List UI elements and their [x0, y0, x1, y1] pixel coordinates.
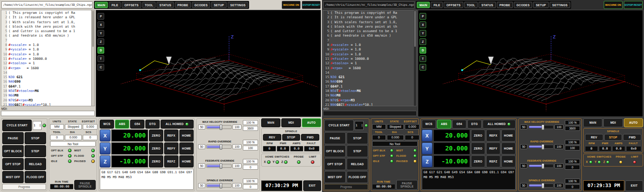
spindle-override-slider[interactable]: [206, 184, 232, 188]
axis-x-button[interactable]: X: [100, 129, 110, 142]
man-mode-button[interactable]: MAN: [583, 118, 602, 127]
cycle-count-spinbox[interactable]: 1 ▲▼: [33, 121, 42, 130]
gcode-line[interactable]: 5( and Cutter is assumed to be a 1: [323, 29, 413, 33]
gcode-line[interactable]: 2( It is released here under a GPL: [323, 15, 413, 20]
estop-reset-button[interactable]: ESTOP RESET: [302, 1, 321, 9]
dtg-button[interactable]: DTG: [467, 120, 482, 129]
ref-x-button[interactable]: REFX: [164, 129, 178, 142]
cycle-start-button[interactable]: CYCLE START: [324, 120, 354, 131]
gcode-line[interactable]: 14: [1, 71, 91, 75]
abs-button[interactable]: ABS: [437, 120, 451, 129]
opt-block-button[interactable]: OPT BLOCK: [324, 145, 346, 157]
menu-status[interactable]: STATUS: [479, 2, 496, 8]
gcode-line[interactable]: 13#<rpm> = 1600: [323, 66, 413, 71]
spindle-stop-button[interactable]: STOP: [604, 134, 623, 141]
mdi-input[interactable]: [323, 111, 417, 116]
view-dimensions-button[interactable]: D: [97, 47, 104, 54]
zero-z-button[interactable]: ZERO: [471, 155, 485, 167]
flood-button[interactable]: FLOOD OFF: [347, 171, 368, 183]
menu-tool[interactable]: TOOL: [464, 2, 478, 8]
file-path[interactable]: /home/chris/linuxcnc/nc_files/examples/3…: [1, 1, 93, 8]
all-homed-button[interactable]: ALL HOMED: [161, 120, 194, 129]
step-button[interactable]: STEP: [25, 145, 46, 157]
view-perspective-button[interactable]: P: [419, 13, 426, 20]
gcode-line[interactable]: 20N70S#<rpm>M3: [323, 98, 413, 103]
gcode-line[interactable]: 11#<fscale> = 10000.0: [1, 57, 91, 61]
view-z-button[interactable]: Z: [419, 38, 426, 45]
axis-y-button[interactable]: Y: [100, 142, 110, 154]
slider-max-value[interactable]: 100: [555, 163, 564, 168]
view-z-button[interactable]: Z: [97, 38, 104, 45]
gcode-line[interactable]: 16N40G90: [1, 79, 91, 84]
home-z-button[interactable]: HOME: [501, 155, 516, 167]
menu-file[interactable]: FILE: [109, 2, 121, 8]
slider-min-value[interactable]: 50: [520, 125, 527, 129]
view-clear-button[interactable]: C: [419, 64, 426, 71]
menu-probe[interactable]: PROBE: [497, 2, 513, 8]
spindle-fwd-button[interactable]: FWD: [301, 134, 319, 141]
wcs-button[interactable]: WCS: [422, 120, 436, 129]
spindle-rev-button[interactable]: REV: [585, 134, 603, 141]
ref-x-button[interactable]: REFX: [486, 129, 500, 142]
gcode-line[interactable]: 13#<rpm> = 1600: [1, 66, 91, 71]
spindle-override-slider[interactable]: [528, 184, 554, 188]
gcode-line[interactable]: 15N30 G21: [323, 75, 413, 79]
view-dimensions-button[interactable]: D: [419, 47, 426, 54]
scrollbar-thumb[interactable]: [92, 11, 94, 47]
ref-y-button[interactable]: REFY: [164, 142, 178, 154]
slider-thumb[interactable]: [542, 183, 544, 188]
gcode-line[interactable]: 18N50T#<toolno>M6: [323, 89, 413, 93]
menu-gcodes[interactable]: GCODES: [514, 2, 532, 8]
stop-button[interactable]: STOP: [347, 132, 368, 144]
ref-z-button[interactable]: REFZ: [486, 155, 500, 167]
all-homed-button[interactable]: ALL HOMED: [483, 120, 516, 129]
machine-on-button[interactable]: MACHINE ON: [282, 1, 301, 9]
file-path[interactable]: /home/chris/linuxcnc/nc_files/examples/3…: [323, 1, 415, 8]
gcode-line[interactable]: 14: [323, 71, 413, 75]
auto-mode-button[interactable]: AUTO: [624, 118, 643, 127]
slider-thumb[interactable]: [220, 144, 222, 150]
gcode-line[interactable]: 19N60M8: [323, 93, 413, 98]
slider-min-value[interactable]: 50: [520, 144, 527, 149]
slider-min-value[interactable]: 50: [520, 183, 527, 188]
slider-min-value[interactable]: 50: [198, 125, 205, 129]
gcode-line[interactable]: 17G64P.1: [323, 84, 413, 89]
home-z-button[interactable]: HOME: [179, 155, 194, 167]
gcode-line[interactable]: 1( This program is copyright of Ra: [1, 11, 91, 15]
home-x-button[interactable]: HOME: [501, 129, 516, 142]
menu-settings[interactable]: SETTINGS: [228, 2, 248, 8]
menu-offsets[interactable]: OFFSETS: [444, 2, 463, 8]
view-x-button[interactable]: X: [97, 21, 104, 28]
menu-main[interactable]: MAIN: [95, 2, 108, 8]
editor-scrollbar[interactable]: [413, 10, 416, 106]
gcode-line[interactable]: 21N90G0Z[#<zscale>*10.]: [1, 103, 91, 106]
rapid-override-slider[interactable]: [206, 145, 232, 149]
gcode-line[interactable]: 9#<yscale> = 1.0: [1, 47, 91, 52]
gcode-line[interactable]: 6( and feedrate is 450 mm/min ): [1, 33, 91, 38]
reload-button[interactable]: RELOAD: [347, 158, 368, 170]
wcs-button[interactable]: WCS: [100, 120, 114, 129]
gcode-line[interactable]: 1( This program is copyright of Ra: [323, 11, 413, 15]
axis-z-button[interactable]: Z: [422, 155, 432, 167]
abs-button[interactable]: ABS: [115, 120, 129, 129]
gcode-line[interactable]: 18N50T#<toolno>M6: [1, 89, 91, 93]
gcode-line[interactable]: 3( With scales factors set at 1.0,: [1, 20, 91, 25]
cycle-start-button[interactable]: CYCLE START: [2, 120, 32, 131]
spin-down-icon[interactable]: ▼: [39, 125, 41, 128]
gcode-line[interactable]: 19N60M8: [1, 93, 91, 98]
slider-min-value[interactable]: 50: [520, 163, 527, 168]
g54-button[interactable]: G54: [130, 120, 144, 129]
gcode-line[interactable]: 15N30 G21: [1, 75, 91, 79]
estop-reset-button[interactable]: ESTOP RESET: [624, 1, 643, 9]
gcode-line[interactable]: 9#<yscale> = 1.0: [323, 47, 413, 52]
pause-spindle-button[interactable]: PAUSE SPINDLE: [74, 180, 96, 190]
slider-thumb[interactable]: [542, 125, 544, 130]
opt-block-button[interactable]: OPT BLOCK: [2, 145, 24, 157]
slider-min-value[interactable]: 50: [198, 183, 205, 188]
slider-max-value[interactable]: 100: [233, 183, 242, 188]
menu-main[interactable]: MAIN: [417, 2, 430, 8]
g54-button[interactable]: G54: [452, 120, 466, 129]
view-clear-button[interactable]: C: [97, 64, 104, 71]
slider-thumb[interactable]: [220, 183, 222, 188]
view-perspective-button[interactable]: P: [97, 13, 104, 20]
